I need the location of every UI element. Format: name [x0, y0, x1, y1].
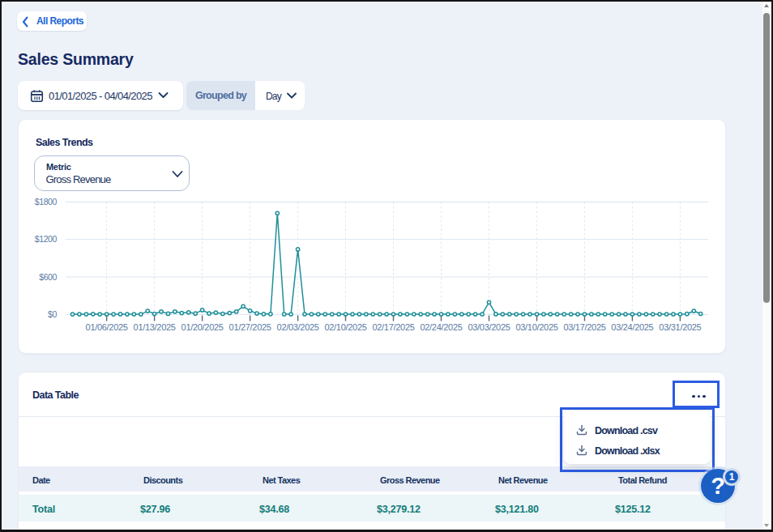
svg-text:03/17/2025: 03/17/2025	[563, 322, 605, 332]
svg-text:01/06/2025: 01/06/2025	[86, 322, 128, 332]
svg-text:02/24/2025: 02/24/2025	[420, 322, 462, 332]
svg-text:$1800: $1800	[35, 197, 58, 206]
svg-text:01/20/2025: 01/20/2025	[182, 322, 224, 332]
svg-text:02/17/2025: 02/17/2025	[372, 322, 414, 332]
svg-text:03/24/2025: 03/24/2025	[611, 322, 653, 332]
svg-text:$600: $600	[39, 272, 57, 282]
svg-text:01/27/2025: 01/27/2025	[229, 322, 271, 332]
svg-text:03/31/2025: 03/31/2025	[659, 322, 701, 332]
svg-text:01/13/2025: 01/13/2025	[134, 322, 176, 332]
svg-text:03/10/2025: 03/10/2025	[515, 322, 557, 332]
svg-text:03/03/2025: 03/03/2025	[468, 322, 510, 332]
svg-text:02/03/2025: 02/03/2025	[277, 322, 319, 332]
svg-text:$1200: $1200	[35, 234, 58, 244]
svg-text:$0: $0	[48, 309, 57, 319]
svg-text:02/10/2025: 02/10/2025	[324, 322, 366, 332]
